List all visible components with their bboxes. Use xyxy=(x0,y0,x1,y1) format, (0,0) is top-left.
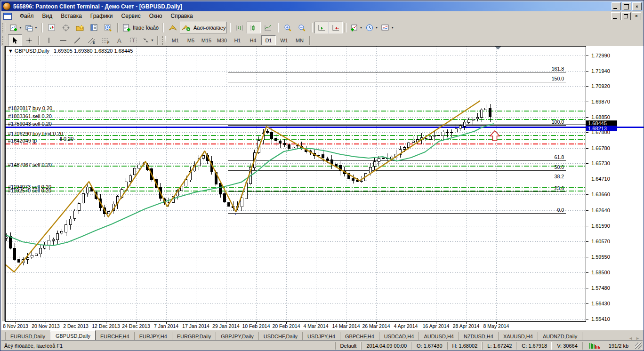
timeframe-h1[interactable]: H1 xyxy=(230,35,245,45)
timeframe-m15[interactable]: M15 xyxy=(199,35,214,45)
chart-tab-eurusd[interactable]: EURUSD,Daily xyxy=(5,332,50,341)
svg-text:E: E xyxy=(93,41,95,44)
toolbar-grip[interactable] xyxy=(162,36,166,45)
date-axis-label: 14 Mar 2014 xyxy=(332,323,360,329)
menu-item-5[interactable]: Окно xyxy=(145,12,167,20)
chart-tab-usdcad[interactable]: USDCAD,H4 xyxy=(379,332,419,341)
title-bar[interactable]: 565896: Panteon Client Terminal - Демо С… xyxy=(1,1,643,11)
price-marker-value: 1.68213 xyxy=(588,126,607,131)
candle-body xyxy=(129,176,131,182)
chart-tab-eurgbp[interactable]: EURGBP,Daily xyxy=(172,332,217,341)
chart-tab-audnzd[interactable]: AUDNZD,Daily xyxy=(538,332,582,341)
expert-hat-icon xyxy=(168,24,177,32)
menu-item-3[interactable]: Графики xyxy=(86,12,117,20)
chart-area[interactable]: 161.8150.0100.061.850.038.223.60.01.7299… xyxy=(1,46,644,330)
child-close-button[interactable]: × xyxy=(632,12,641,20)
horizontal-line-tool[interactable] xyxy=(56,34,70,46)
toolbar-grip[interactable] xyxy=(2,36,6,45)
menu-bar: ФайлВидВставкаГрафикиСервисОкноСправка × xyxy=(1,11,643,21)
indicators-icon xyxy=(350,24,358,32)
autotrading-button[interactable]: Àâòî-òîðãîâëÿ xyxy=(180,22,227,33)
arrow-up-object[interactable] xyxy=(490,131,499,141)
timeframe-m30[interactable]: M30 xyxy=(215,35,229,45)
chart-tab-usdjpy[interactable]: USDJPY,H4 xyxy=(303,332,340,341)
chart-tab-gbpusd[interactable]: GBPUSD,Daily xyxy=(50,330,96,341)
chart-shift-button[interactable] xyxy=(329,22,343,33)
timeframe-m1[interactable]: M1 xyxy=(168,35,183,45)
chart-tab-eurjpy[interactable]: EURJPY,H4 xyxy=(135,332,172,341)
timeframe-mn[interactable]: MN xyxy=(292,35,307,45)
date-axis-label: 28 Apr 2014 xyxy=(453,323,480,329)
arrows-tool[interactable]: ▼ xyxy=(141,34,155,46)
crosshair-button[interactable] xyxy=(59,22,73,33)
child-restore-button[interactable] xyxy=(621,12,631,20)
status-profile[interactable]: Default xyxy=(335,342,362,350)
market-watch-button[interactable] xyxy=(45,22,59,33)
date-axis[interactable]: 8 Nov 201320 Nov 20132 Dec 201312 Dec 20… xyxy=(3,321,509,329)
chart-tab-xauusd[interactable]: XAUUSD,H4 xyxy=(499,332,538,341)
fibo-label: 23.6 xyxy=(555,185,564,191)
text-tool[interactable]: A xyxy=(113,34,127,46)
timeframe-m5[interactable]: M5 xyxy=(184,35,198,45)
maximize-button[interactable] xyxy=(622,2,631,10)
profiles-button[interactable]: ▼ xyxy=(24,22,39,33)
menu-item-6[interactable]: Справка xyxy=(167,12,197,20)
trendline-tool[interactable] xyxy=(70,34,84,46)
price-axis-label: 1.64710 xyxy=(591,176,610,182)
auto-scroll-button[interactable] xyxy=(314,22,329,33)
new-chart-button[interactable]: ▼ xyxy=(8,22,24,33)
child-minimize-button[interactable] xyxy=(611,12,620,20)
bar-chart-button[interactable] xyxy=(233,22,247,33)
chart-tab-gbpjpy[interactable]: GBPJPY,Daily xyxy=(216,332,259,341)
chart-tab-eurchf[interactable]: EURCHF,H4 xyxy=(96,332,135,341)
menu-item-4[interactable]: Сервис xyxy=(117,12,145,20)
timeframe-h4[interactable]: H4 xyxy=(246,35,260,45)
resize-grip[interactable] xyxy=(635,343,642,349)
line-chart-button[interactable] xyxy=(261,22,275,33)
left-splitter[interactable] xyxy=(1,46,5,321)
vertical-line-tool[interactable] xyxy=(42,34,56,46)
periods-button[interactable]: ▼ xyxy=(364,22,379,33)
menu-item-2[interactable]: Вставка xyxy=(56,12,86,20)
text-label-tool[interactable]: T xyxy=(127,34,141,46)
equidistant-channel-tool[interactable]: E xyxy=(84,34,98,46)
chart-tab-audusd[interactable]: AUDUSD,H4 xyxy=(419,332,459,341)
indicators-button[interactable]: ▼ xyxy=(348,22,364,33)
minimize-button[interactable] xyxy=(612,2,621,10)
crosshair-tool-button[interactable] xyxy=(22,34,36,46)
candle-body xyxy=(219,183,222,194)
favorites-button[interactable] xyxy=(73,22,87,33)
chart-tab-usdchf[interactable]: USDCHF,Daily xyxy=(259,332,303,341)
new-order-button[interactable]: Íîâûé Îðäåð xyxy=(121,22,160,33)
new-chart-icon xyxy=(9,24,18,32)
menu-item-1[interactable]: Вид xyxy=(38,12,57,20)
chart-tab-nzdusd[interactable]: NZDUSD,H4 xyxy=(459,332,499,341)
status-volume: V: 30664 xyxy=(552,342,582,350)
candle-body xyxy=(352,179,354,181)
data-window-button[interactable] xyxy=(87,22,101,33)
chart-document-icon[interactable] xyxy=(3,13,12,20)
strategy-tester-button[interactable] xyxy=(101,22,115,33)
zoom-in-icon xyxy=(283,24,292,32)
timeframe-w1[interactable]: W1 xyxy=(277,35,291,45)
zoom-in-button[interactable] xyxy=(281,22,295,33)
candle-body xyxy=(455,129,457,132)
text-icon: A xyxy=(116,37,123,44)
fibonacci-tool[interactable]: F xyxy=(98,34,113,46)
toolbar-grip[interactable] xyxy=(2,23,6,32)
chart-tab-gbpchf[interactable]: GBPCHF,H4 xyxy=(340,332,379,341)
price-chart[interactable]: 161.8150.0100.061.850.038.223.60.01.7299… xyxy=(1,46,644,330)
close-button[interactable]: × xyxy=(632,2,642,10)
menu-item-0[interactable]: Файл xyxy=(16,12,38,20)
price-axis[interactable]: 1.729901.719401.709201.698701.688501.678… xyxy=(586,53,617,322)
svg-text:A: A xyxy=(117,37,121,44)
date-axis-label: 8 Nov 2013 xyxy=(3,323,28,329)
zoom-out-button[interactable] xyxy=(295,22,309,33)
timeframe-d1[interactable]: D1 xyxy=(261,35,276,45)
candlestick-chart-button[interactable] xyxy=(247,22,261,33)
price-axis-label: 1.58500 xyxy=(591,270,610,275)
cursor-tool-button[interactable] xyxy=(8,34,22,46)
toolbar-separator xyxy=(277,23,279,32)
experts-button[interactable] xyxy=(166,22,180,33)
templates-button[interactable]: ▼ xyxy=(379,22,395,33)
